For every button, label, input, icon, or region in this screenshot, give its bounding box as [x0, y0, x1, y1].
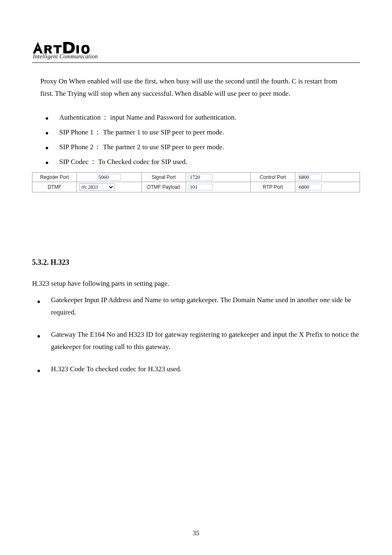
control-port-label: Control Port: [251, 173, 295, 182]
dtmf-select[interactable]: rfc 2833: [79, 183, 115, 191]
bullet-label: Authentication: [59, 113, 101, 121]
intro-paragraph: Proxy On When enabled will use the first…: [40, 75, 352, 100]
register-port-cell: [77, 173, 141, 182]
table-row: Register Port Signal Port Control Port: [32, 173, 360, 182]
h323-item-gateway: Gateway The E164 No and H323 ID for gate…: [32, 328, 360, 353]
h323-item-body: Gatekeeper Input IP Address and Name to …: [51, 294, 360, 319]
control-port-cell: [295, 173, 360, 182]
h323-heading: 5.3.2. H.323: [32, 258, 360, 267]
bullet-sip-phone-1: SIP Phone 1：The partner 1 to use SIP pee…: [40, 126, 360, 139]
bullet-label: SIP Phone 1: [59, 128, 93, 136]
page-number: 35: [0, 530, 392, 537]
signal-port-input[interactable]: [189, 174, 212, 180]
svg-rect-0: [76, 45, 79, 53]
register-port-input[interactable]: [97, 174, 121, 180]
h323-item-label: H.323 Code: [51, 365, 85, 373]
brand-logo: Intelligent Communication: [32, 41, 360, 60]
rtp-port-label: RTP Port: [251, 182, 295, 192]
h323-item-gatekeeper: Gatekeeper Input IP Address and Name to …: [32, 294, 360, 319]
register-port-label: Register Port: [32, 173, 77, 182]
h323-item-text: The E164 No and H323 ID for gateway regi…: [51, 331, 359, 351]
bullet-desc: input Name and Password for authenticati…: [110, 113, 236, 121]
bullet-label: SIP Phone 2: [59, 143, 93, 151]
sip-bullet-list: Authentication：input Name and Password f…: [40, 111, 360, 168]
dtmf-payload-cell: [186, 182, 250, 192]
signal-port-label: Signal Port: [141, 173, 186, 182]
port-settings-table: Register Port Signal Port Control Port D…: [32, 172, 360, 192]
bullet-sip-phone-2: SIP Phone 2：The partner 2 to use SIP pee…: [40, 141, 360, 153]
bullet-desc: The partner 1 to use SIP peer to peer mo…: [103, 128, 224, 136]
bullet-sip-codec: SIP Codec：To Checked codec for SIP used.: [40, 156, 360, 168]
table-row: DTMF rfc 2833 DTMF Payload RTP Port: [32, 182, 360, 192]
dtmf-label: DTMF: [32, 182, 77, 192]
rtp-port-input[interactable]: [298, 184, 322, 190]
bullet-authentication: Authentication：input Name and Password f…: [40, 111, 360, 124]
dtmf-payload-label: DTMF Payload: [141, 182, 186, 192]
bullet-desc: The partner 2 to use SIP peer to peer mo…: [103, 143, 224, 151]
h323-item-label: Gatekeeper: [51, 296, 83, 304]
control-port-input[interactable]: [298, 174, 322, 180]
bullet-label: SIP Codec: [59, 158, 89, 166]
h323-item-code: H.323 Code To checked codec for H.323 us…: [32, 363, 360, 375]
bullet-desc: To Checked codec for SIP used.: [98, 158, 187, 166]
header-divider: [32, 62, 360, 63]
dtmf-cell: rfc 2833: [77, 182, 141, 192]
h323-item-text: Input IP Address and Name to setup gatek…: [51, 296, 351, 316]
bullet-colon: ：: [101, 113, 110, 121]
page-root: Intelligent Communication Proxy On When …: [0, 0, 392, 555]
brand-tagline: Intelligent Communication: [33, 53, 360, 60]
bullet-colon: ：: [93, 143, 103, 151]
h323-item-text: To checked codec for H.323 used.: [86, 365, 182, 373]
h323-intro: H.323 setup have following parts in sett…: [32, 278, 360, 290]
bullet-colon: ：: [93, 128, 103, 136]
signal-port-cell: [186, 173, 250, 182]
h323-item-label: Gateway: [51, 331, 76, 338]
h323-bullet-list: Gatekeeper Input IP Address and Name to …: [32, 294, 360, 375]
bullet-colon: ：: [89, 158, 98, 166]
h323-section: 5.3.2. H.323 H.323 setup have following …: [32, 258, 360, 375]
dtmf-payload-input[interactable]: [189, 184, 212, 190]
rtp-port-cell: [295, 182, 360, 192]
intro-section: Proxy On When enabled will use the first…: [32, 75, 360, 192]
h323-item-body: H.323 Code To checked codec for H.323 us…: [51, 363, 360, 375]
h323-item-body: Gateway The E164 No and H323 ID for gate…: [51, 328, 360, 353]
